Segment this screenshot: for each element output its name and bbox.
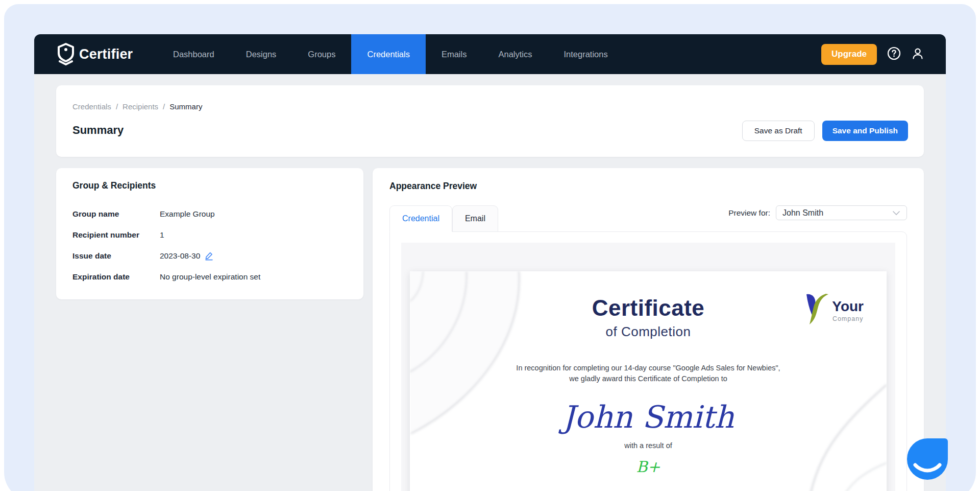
certificate-stage: Certificate of Completion — [401, 243, 895, 491]
account-button[interactable] — [911, 47, 924, 62]
user-icon — [911, 47, 924, 62]
certificate-result-label: with a result of — [410, 440, 887, 451]
breadcrumb-separator: / — [163, 102, 165, 111]
certifier-shield-icon — [56, 43, 76, 65]
recipient-number-value: 1 — [160, 230, 164, 240]
app-window: Certifier Dashboard Designs Groups Crede… — [34, 34, 946, 491]
breadcrumb-credentials[interactable]: Credentials — [72, 102, 111, 111]
certificate-body-text: In recognition for completing our 14-day… — [410, 363, 887, 384]
breadcrumb-summary: Summary — [169, 102, 202, 111]
navbar-actions: Upgrade — [821, 34, 946, 74]
certificate-recipient-name: John Smith — [410, 399, 887, 435]
company-logo-sub: Company — [832, 315, 864, 322]
nav-item-integrations[interactable]: Integrations — [548, 34, 623, 74]
edit-issue-date-icon[interactable] — [204, 251, 214, 261]
expiration-date-value: No group-level expiration set — [160, 272, 260, 282]
breadcrumb-recipients[interactable]: Recipients — [122, 102, 158, 111]
appearance-preview-title: Appearance Preview — [389, 181, 907, 192]
nav-item-groups[interactable]: Groups — [292, 34, 351, 74]
top-navbar: Certifier Dashboard Designs Groups Crede… — [34, 34, 946, 74]
chat-smile-icon — [907, 473, 948, 481]
company-logo: Your Company — [804, 294, 864, 327]
tab-credential[interactable]: Credential — [389, 205, 452, 232]
preview-tabs: Credential Email — [389, 205, 907, 231]
row-issue-date: Issue date 2023-08-30 — [72, 245, 347, 266]
group-recipients-card: Group & Recipients Group name Example Gr… — [56, 168, 363, 299]
upgrade-button[interactable]: Upgrade — [821, 44, 877, 65]
row-group-name: Group name Example Group — [72, 203, 347, 224]
issue-date-label: Issue date — [72, 251, 160, 261]
certificate-result-value: B+ — [410, 458, 887, 476]
chat-widget-button[interactable] — [907, 438, 948, 480]
certificate-preview: Certificate of Completion — [410, 271, 887, 491]
issue-date-value-group: 2023-08-30 — [160, 251, 214, 261]
nav-item-credentials[interactable]: Credentials — [351, 34, 425, 74]
nav-menu: Dashboard Designs Groups Credentials Ema… — [157, 34, 624, 74]
save-and-publish-button[interactable]: Save and Publish — [822, 121, 908, 141]
nav-item-analytics[interactable]: Analytics — [482, 34, 548, 74]
nav-item-dashboard[interactable]: Dashboard — [157, 34, 230, 74]
group-name-label: Group name — [72, 209, 160, 219]
appearance-preview-card: Appearance Preview Preview for: John Smi… — [373, 168, 924, 491]
row-recipient-number: Recipient number 1 — [72, 224, 347, 245]
save-as-draft-button[interactable]: Save as Draft — [742, 121, 815, 141]
recipient-number-label: Recipient number — [72, 230, 160, 240]
issue-date-value: 2023-08-30 — [160, 251, 200, 261]
app-body: Credentials / Recipients / Summary Summa… — [34, 74, 946, 491]
certificate-body-line2: we gladly award this Certificate of Comp… — [410, 373, 887, 384]
brand-logo[interactable]: Certifier — [34, 34, 157, 74]
header-actions: Save as Draft Save and Publish — [742, 121, 908, 141]
breadcrumb: Credentials / Recipients / Summary — [72, 102, 908, 111]
credential-preview-panel: Certificate of Completion — [389, 231, 907, 491]
company-logo-mark-icon — [804, 294, 830, 327]
certificate-body-line1: In recognition for completing our 14-day… — [410, 363, 887, 373]
help-icon — [887, 46, 901, 62]
help-button[interactable] — [887, 46, 901, 62]
content-row: Group & Recipients Group name Example Gr… — [56, 168, 924, 491]
row-expiration-date: Expiration date No group-level expiratio… — [72, 266, 347, 287]
company-logo-text: Your Company — [832, 294, 864, 322]
nav-item-emails[interactable]: Emails — [426, 34, 483, 74]
group-name-value: Example Group — [160, 209, 215, 219]
group-recipients-rows: Group name Example Group Recipient numbe… — [72, 203, 347, 287]
nav-item-designs[interactable]: Designs — [230, 34, 292, 74]
tab-email[interactable]: Email — [452, 205, 498, 232]
expiration-date-label: Expiration date — [72, 272, 160, 282]
breadcrumb-separator: / — [116, 102, 118, 111]
brand-name: Certifier — [79, 46, 133, 62]
group-recipients-title: Group & Recipients — [72, 180, 347, 191]
page-header-card: Credentials / Recipients / Summary Summa… — [56, 85, 924, 157]
company-logo-name: Your — [832, 299, 864, 314]
